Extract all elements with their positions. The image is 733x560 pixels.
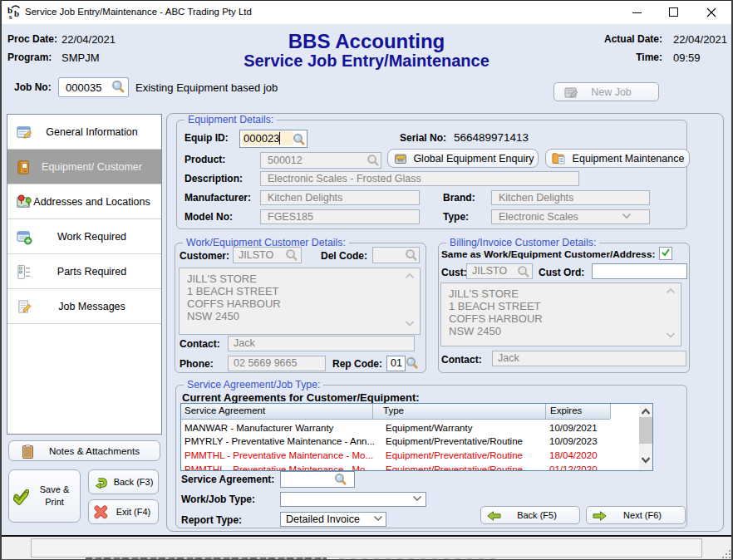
svg-text:b: b [14, 8, 19, 18]
svg-text:s: s [9, 12, 12, 20]
